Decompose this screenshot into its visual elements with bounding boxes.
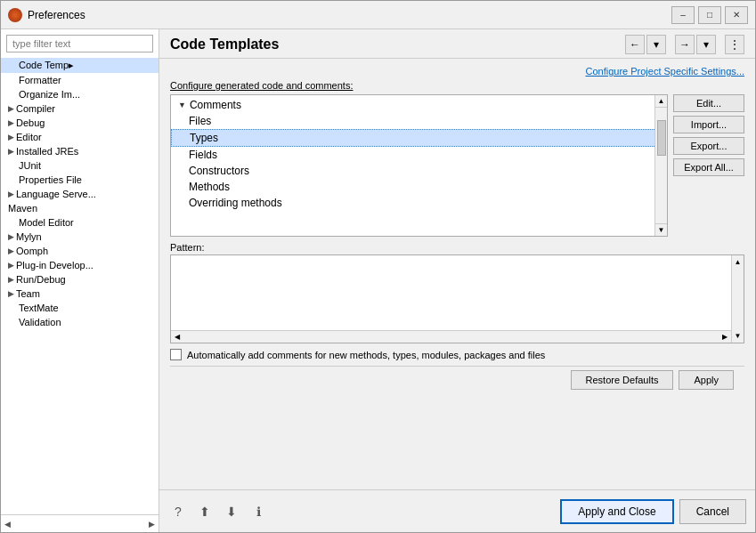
preferences-window: Preferences – □ ✕ Code Temp▸ Formatter O… (0, 0, 756, 533)
sidebar-item-plugin-dev[interactable]: ▶ Plug-in Develop... (1, 258, 159, 272)
tl-item-methods[interactable]: Methods (171, 179, 667, 195)
search-input[interactable] (6, 35, 153, 52)
import-prefs-icon[interactable]: ⬇ (222, 502, 241, 521)
forward-arrow-menu[interactable]: ▾ (696, 35, 716, 54)
bottom-buttons: Restore Defaults Apply (170, 366, 744, 393)
back-button[interactable]: ← (625, 35, 645, 54)
sidebar-item-formatter[interactable]: Formatter (1, 73, 159, 87)
expand-icon: ▼ (178, 101, 186, 109)
sidebar-tree: Code Temp▸ Formatter Organize Im... ▶ Co… (1, 58, 159, 514)
help-icon[interactable]: ? (168, 502, 188, 521)
export-button[interactable]: Export... (673, 137, 744, 155)
sidebar-item-junit[interactable]: JUnit (1, 158, 159, 173)
sidebar-item-code-templates[interactable]: Code Temp▸ (1, 58, 159, 73)
main-content: Code Temp▸ Formatter Organize Im... ▶ Co… (1, 29, 755, 532)
sidebar: Code Temp▸ Formatter Organize Im... ▶ Co… (1, 29, 159, 532)
panel-title: Code Templates (170, 36, 279, 52)
sidebar-item-editor[interactable]: ▶ Editor (1, 130, 159, 144)
info-icon[interactable]: ℹ (248, 502, 268, 521)
tl-item-fields[interactable]: Fields (171, 147, 667, 163)
scroll-thumb[interactable] (657, 120, 666, 156)
app-icon (8, 8, 22, 22)
tl-item-comments[interactable]: ▼ Comments (171, 97, 667, 113)
window-controls: – □ ✕ (671, 6, 748, 24)
window-title: Preferences (28, 9, 671, 21)
close-button[interactable]: ✕ (725, 6, 748, 24)
import-button[interactable]: Import... (673, 116, 744, 133)
restore-defaults-button[interactable]: Restore Defaults (571, 370, 674, 390)
action-buttons: Apply and Close Cancel (560, 499, 746, 524)
config-description: Configure generated code and comments: (170, 80, 744, 91)
pattern-section: Pattern: ▲ ▼ ◀ ▶ (170, 242, 744, 343)
sidebar-item-language-server[interactable]: ▶ Language Serve... (1, 187, 159, 201)
sidebar-item-debug[interactable]: ▶ Debug (1, 116, 159, 130)
sidebar-item-oomph[interactable]: ▶ Oomph (1, 244, 159, 258)
panel-toolbar: ← ▾ → ▾ ⋮ (625, 35, 744, 54)
pattern-scroll-up[interactable]: ▲ (732, 255, 744, 269)
apply-button[interactable]: Apply (679, 370, 734, 390)
tl-item-files[interactable]: Files (171, 113, 667, 129)
pattern-scroll-left[interactable]: ◀ (171, 331, 183, 343)
more-menu-button[interactable]: ⋮ (725, 35, 744, 54)
pattern-scrollbar-right[interactable]: ▲ ▼ (731, 255, 744, 343)
sidebar-item-model-editor[interactable]: Model Editor (1, 215, 159, 230)
sidebar-item-compiler[interactable]: ▶ Compiler (1, 101, 159, 116)
action-bar: ? ⬆ ⬇ ℹ Apply and Close Cancel (159, 489, 755, 532)
scroll-up-icon[interactable]: ▲ (655, 95, 668, 108)
tl-item-types[interactable]: Types (171, 129, 667, 147)
scroll-right-icon[interactable]: ▶ (149, 520, 155, 529)
sidebar-item-run-debug[interactable]: ▶ Run/Debug (1, 272, 159, 287)
edit-button[interactable]: Edit... (673, 94, 744, 112)
pattern-scroll-down[interactable]: ▼ (732, 329, 744, 343)
sidebar-item-installed-jres[interactable]: ▶ Installed JREs (1, 144, 159, 158)
sidebar-scroll-bottom: ◀ ▶ (1, 514, 159, 532)
apply-and-close-button[interactable]: Apply and Close (560, 499, 673, 524)
tl-item-constructors[interactable]: Constructors (171, 163, 667, 179)
sidebar-item-textmate[interactable]: TextMate (1, 301, 159, 315)
sidebar-item-team[interactable]: ▶ Team (1, 287, 159, 301)
titlebar: Preferences – □ ✕ (1, 1, 755, 29)
sidebar-item-organize-imports[interactable]: Organize Im... (1, 87, 159, 101)
sidebar-item-maven[interactable]: Maven (1, 201, 159, 215)
pattern-scroll-right[interactable]: ▶ (719, 331, 731, 343)
config-project-link[interactable]: Configure Project Specific Settings... (170, 66, 744, 77)
side-buttons: Edit... Import... Export... Export All..… (673, 94, 744, 237)
export-prefs-icon[interactable]: ⬆ (195, 502, 215, 521)
pattern-scrollbar-bottom[interactable]: ◀ ▶ (171, 330, 731, 343)
restore-button[interactable]: □ (698, 6, 721, 24)
sidebar-item-validation[interactable]: Validation (1, 315, 159, 329)
tree-scrollbar[interactable]: ▲ ▼ (654, 95, 667, 236)
forward-button[interactable]: → (675, 35, 695, 54)
panel-body: Configure Project Specific Settings... C… (159, 59, 755, 489)
template-tree-inner: ▼ Comments Files Types Fields Constructo… (171, 95, 667, 213)
pattern-box[interactable]: ▲ ▼ ◀ ▶ (170, 254, 744, 343)
right-panel: Code Templates ← ▾ → ▾ ⋮ Configure Proje… (159, 29, 755, 532)
tl-item-overriding-methods[interactable]: Overriding methods (171, 195, 667, 211)
action-icons: ? ⬆ ⬇ ℹ (168, 502, 268, 521)
sidebar-item-mylyn[interactable]: ▶ Mylyn (1, 230, 159, 244)
scroll-left-icon[interactable]: ◀ (4, 520, 11, 529)
auto-comment-checkbox[interactable] (170, 349, 182, 360)
export-all-button[interactable]: Export All... (673, 158, 744, 176)
sidebar-item-properties-file[interactable]: Properties File (1, 173, 159, 187)
template-tree: ▼ Comments Files Types Fields Constructo… (170, 94, 668, 237)
auto-comment-label: Automatically add comments for new metho… (187, 350, 545, 360)
pattern-label: Pattern: (170, 242, 744, 253)
auto-comment-row: Automatically add comments for new metho… (170, 349, 744, 360)
back-arrow-menu[interactable]: ▾ (646, 35, 666, 54)
minimize-button[interactable]: – (671, 6, 695, 24)
code-area: ▼ Comments Files Types Fields Constructo… (170, 94, 744, 237)
panel-header: Code Templates ← ▾ → ▾ ⋮ (159, 29, 755, 59)
cancel-button[interactable]: Cancel (679, 499, 746, 524)
scroll-down-icon[interactable]: ▼ (655, 223, 668, 236)
